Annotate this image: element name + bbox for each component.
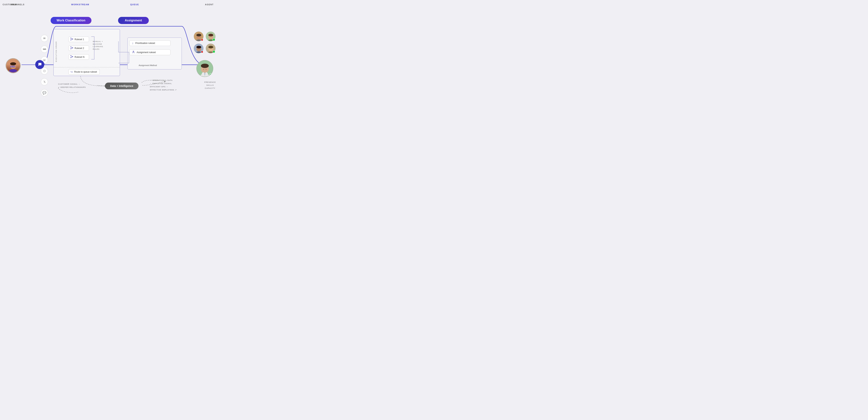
prioritisation-icon: ↕ [132, 41, 133, 45]
queue-items: ↕ Prioritisation ruleset Assignment rule… [129, 40, 170, 55]
operational-data-label: ← OPERATIONAL DATA [150, 79, 177, 82]
route-icon: ↪ [70, 71, 73, 74]
svg-point-31 [208, 34, 213, 36]
bottom-right-labels: ← OPERATIONAL DATA ← EMPLOYEE SIGNAL EFF… [150, 79, 177, 91]
ruleset-item-n[interactable]: Ruleset N [68, 54, 89, 60]
route-to-queue-item[interactable]: ↪ Route to queue ruleset [68, 69, 100, 75]
deeper-relationships-label: ↙ DEEPER RELATIONSHIPS [58, 86, 86, 89]
label-queue: QUEUE [130, 3, 139, 6]
bottom-left-labels: CUSTOMER SIGNAL → ↙ DEEPER RELATIONSHIPS [58, 83, 86, 89]
assignment-ruleset-item[interactable]: Assignment ruleset [129, 49, 170, 55]
agent-avatar-1 [194, 31, 204, 41]
svg-line-19 [71, 48, 73, 49]
svg-point-25 [133, 51, 134, 52]
data-intelligence-pill[interactable]: Data + Intelligence [105, 83, 138, 89]
agent-2-status-dot [213, 38, 215, 41]
main-agent-avatar: ✓ [196, 60, 213, 77]
ruleset-list: Ruleset 1 Ruleset 2 Ruleset N [68, 36, 89, 60]
sms-channel-icon[interactable]: SMS [41, 46, 48, 53]
svg-point-28 [196, 34, 201, 36]
customer-avatar [6, 58, 21, 73]
assignment-pill[interactable]: Assignment [118, 17, 149, 24]
effective-employees-label: EFFECTIVE EMPLOYEES ↗ [150, 88, 177, 91]
ruleset-item-1[interactable]: Ruleset 1 [68, 36, 89, 42]
assignment-method-label: Assignment Method [139, 64, 157, 66]
ruleset-item-2[interactable]: Ruleset 2 [68, 46, 89, 51]
diagram: CUSTOMER CHANNELS WORKSTREAM QUEUE AGENT… [0, 0, 217, 105]
agent-avatar-4 [206, 44, 216, 53]
agent-4-status-dot [213, 51, 215, 53]
agent-1-status-dot [201, 39, 203, 41]
svg-point-5 [10, 62, 16, 65]
messenger-channel-icon[interactable]: 💬 [41, 89, 48, 96]
svg-point-37 [208, 46, 213, 49]
dashed-divider [53, 67, 120, 67]
employee-signal-label: ← EMPLOYEE SIGNAL [150, 82, 177, 85]
svg-line-18 [71, 47, 73, 48]
svg-point-43 [206, 69, 207, 70]
svg-line-13 [71, 38, 73, 39]
agent-avatar-2 [206, 31, 216, 41]
ml-label: MANUAL + MACHINE LEARNING RULES [93, 40, 103, 51]
efficient-ops-label: EFFICIENT OPS → [150, 85, 177, 88]
twitter-channel-icon[interactable]: 𝕏 [41, 78, 48, 85]
agent-avatar-3 [194, 44, 204, 53]
svg-point-34 [196, 46, 201, 49]
label-agent: AGENT [205, 3, 214, 6]
ruleset-icon-2 [70, 47, 73, 50]
email-channel-icon[interactable]: ✉ [41, 35, 48, 42]
label-workstream: WORKSTREAM [71, 3, 89, 6]
assignment-icon [132, 51, 135, 54]
agent-avatars-grid [194, 31, 216, 53]
svg-point-42 [203, 69, 204, 70]
agent-attributes-label: PRESENCE SKILLS CAPACITY [204, 81, 216, 90]
agent-3-status-dot [201, 51, 203, 53]
execution-order-label: Execution order [55, 41, 57, 62]
label-channels: CHANNELS [11, 3, 25, 6]
work-classification-pill[interactable]: Work Classification [51, 17, 91, 24]
customer-signal-label: CUSTOMER SIGNAL → [58, 83, 86, 86]
ruleset-icon-1 [70, 38, 73, 41]
svg-line-14 [71, 39, 73, 40]
prioritisation-ruleset-item[interactable]: ↕ Prioritisation ruleset [129, 40, 170, 46]
svg-point-41 [201, 64, 209, 68]
svg-point-9 [13, 67, 13, 68]
chat-bubble-icon [35, 60, 44, 69]
svg-line-24 [71, 57, 73, 58]
ruleset-icon-n [70, 55, 73, 59]
agent-main-status: ✓ [210, 73, 213, 76]
svg-line-23 [71, 56, 73, 57]
svg-point-3 [9, 69, 18, 73]
